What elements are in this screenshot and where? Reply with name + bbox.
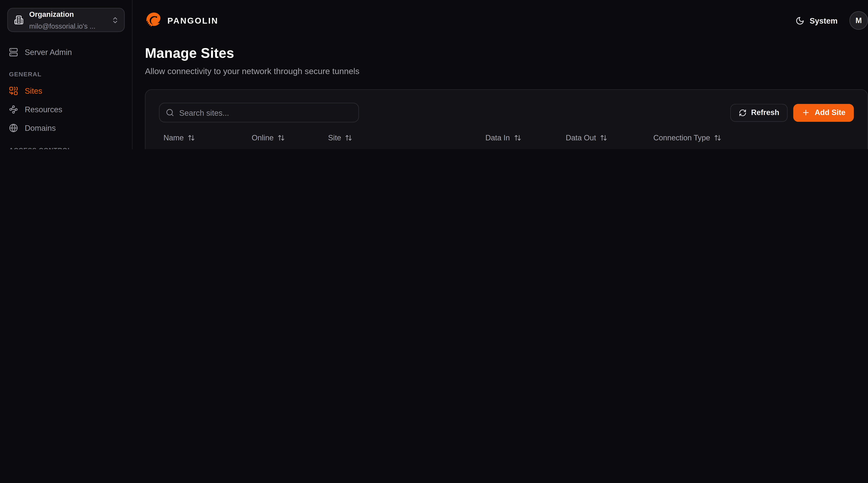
org-selector-value: milo@fossorial.io's ... (29, 22, 95, 30)
sidebar-section-label: GENERAL (9, 71, 123, 77)
refresh-button[interactable]: Refresh (730, 104, 788, 122)
column-header-data-in[interactable]: Data In (485, 133, 566, 142)
search-icon (166, 108, 174, 117)
avatar-initial: M (856, 16, 862, 25)
sidebar-item-label: Sites (25, 86, 42, 95)
sort-icon (278, 134, 285, 141)
search-input[interactable] (179, 108, 352, 117)
moon-icon (796, 16, 805, 25)
org-selector-label: Organization (29, 10, 74, 19)
chevrons-up-down-icon (111, 16, 119, 24)
toolbar-actions: Refresh Add Site (730, 104, 854, 122)
sidebar-item-server-admin[interactable]: Server Admin (9, 45, 123, 59)
theme-label: System (810, 16, 838, 25)
building-icon (14, 15, 24, 25)
column-header-connection-type[interactable]: Connection Type (653, 133, 848, 142)
globe-icon (9, 123, 18, 132)
server-icon (9, 47, 18, 56)
add-site-label: Add Site (815, 108, 845, 117)
search-box (159, 103, 359, 122)
pangolin-logo-icon (145, 12, 162, 29)
sidebar-item-resources[interactable]: Resources (9, 102, 123, 116)
refresh-label: Refresh (751, 108, 779, 117)
page-title: Manage Sites (145, 45, 868, 61)
sidebar-sections: GENERAL Sites Resources Domains ACCESS C… (9, 71, 123, 149)
sidebar: Organization milo@fossorial.io's ... Ser… (0, 0, 133, 149)
sidebar-section-label: ACCESS CONTROL (9, 147, 123, 149)
sort-icon (345, 134, 352, 141)
add-site-button[interactable]: Add Site (793, 104, 854, 122)
brand: PANGOLIN (145, 12, 218, 29)
page-header: Manage Sites Allow connectivity to your … (133, 30, 868, 76)
table-toolbar: Refresh Add Site (146, 90, 867, 123)
sort-icon (714, 134, 721, 141)
sidebar-item-label: Server Admin (25, 47, 72, 56)
refresh-icon (739, 108, 746, 117)
sidebar-nav: Server Admin GENERAL Sites Resources Dom… (0, 32, 132, 149)
waypoints-icon (9, 105, 18, 114)
app-root: Organization milo@fossorial.io's ... Ser… (0, 0, 868, 149)
org-selector[interactable]: Organization milo@fossorial.io's ... (7, 8, 125, 32)
table-header-row: Name Online Site Data In Data Out (146, 125, 867, 149)
sites-card: Refresh Add Site Name Online (145, 89, 868, 149)
column-header-name[interactable]: Name (163, 133, 252, 142)
column-header-online[interactable]: Online (252, 133, 328, 142)
sidebar-section: GENERAL Sites Resources Domains (9, 71, 123, 135)
sort-icon (514, 134, 521, 141)
sort-icon (188, 134, 195, 141)
combine-icon (9, 86, 18, 95)
plus-icon (802, 108, 810, 117)
top-actions: System M (796, 11, 868, 30)
theme-toggle[interactable]: System (796, 16, 838, 25)
top-bar: PANGOLIN System M (133, 0, 868, 30)
sidebar-item-label: Resources (25, 105, 62, 114)
sort-icon (600, 134, 607, 141)
column-header-site[interactable]: Site (328, 133, 485, 142)
sidebar-item-label: Domains (25, 123, 56, 132)
sidebar-item-sites[interactable]: Sites (9, 84, 123, 98)
main-content: PANGOLIN System M Manage Sites Allow con… (133, 0, 868, 149)
user-avatar[interactable]: M (849, 11, 868, 30)
org-selector-text: Organization milo@fossorial.io's ... (29, 8, 105, 32)
brand-name: PANGOLIN (167, 16, 218, 25)
sidebar-section: ACCESS CONTROL Users Roles Invitations S… (9, 147, 123, 149)
page-subtitle: Allow connectivity to your network throu… (145, 66, 868, 76)
column-header-data-out[interactable]: Data Out (566, 133, 653, 142)
sidebar-item-domains[interactable]: Domains (9, 121, 123, 135)
